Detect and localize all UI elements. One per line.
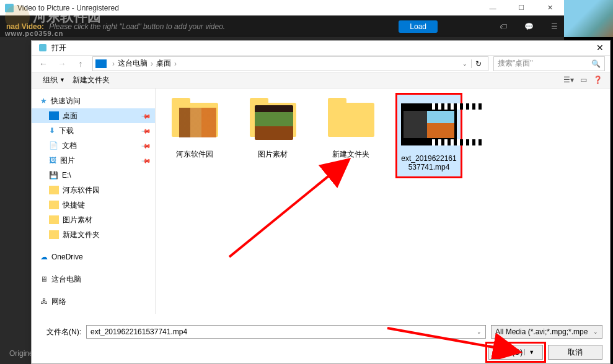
load-hint: Please click the right "Load" button to … <box>49 22 225 31</box>
star-icon: ★ <box>40 97 47 105</box>
sidebar-item-label: 文档 <box>62 141 77 151</box>
sidebar-item-label: 河东软件园 <box>63 185 100 196</box>
search-icon[interactable]: 🔍 <box>591 59 601 68</box>
dialog-title-text: 打开 <box>51 43 66 53</box>
pin-icon: 📌 <box>141 141 151 150</box>
drive-icon: 💾 <box>49 171 58 180</box>
app-toolbar: nad Video: Please click the right "Load"… <box>0 15 564 37</box>
pin-icon: 📌 <box>141 126 151 136</box>
file-item-folder[interactable]: 图片素材 <box>241 95 304 160</box>
sidebar-item-pictures[interactable]: 🖼 图片 📌 <box>32 153 155 168</box>
sidebar-item-label: 图片 <box>60 155 75 166</box>
picture-icon: 🖼 <box>49 156 56 165</box>
nav-forward-icon[interactable]: → <box>55 57 69 71</box>
preview-icon[interactable]: ▭ <box>580 76 587 84</box>
nav-back-icon[interactable]: ← <box>37 57 50 71</box>
download-icon: ⬇ <box>49 126 55 135</box>
filename-label: 文件名(N): <box>39 327 81 337</box>
filename-input[interactable]: ext_2019622161537741.mp4 ⌄ <box>86 325 486 339</box>
file-name: 图片素材 <box>258 149 288 160</box>
load-video-label: nad Video: <box>6 22 44 31</box>
quick-access-header[interactable]: ★ 快速访问 <box>32 93 155 108</box>
file-name: ext_2019622161537741.mp4 <box>400 154 458 171</box>
sidebar-item-drive-e[interactable]: 💾 E:\ <box>32 168 155 183</box>
file-item-video[interactable]: ext_2019622161537741.mp4 <box>397 95 461 176</box>
tag-icon[interactable]: 🏷 <box>500 22 507 31</box>
origine-label: Origine <box>9 349 33 358</box>
folder-icon <box>49 215 59 224</box>
breadcrumb[interactable]: › 这台电脑 › 桌面 › ⌄ ↻ <box>92 56 488 71</box>
sidebar-this-pc[interactable]: 🖥 这台电脑 <box>32 272 155 287</box>
file-item-folder[interactable]: 新建文件夹 <box>319 95 382 160</box>
open-button[interactable]: 打开(O) ▼ <box>488 345 543 360</box>
sidebar-item-label: 新建文件夹 <box>63 230 100 240</box>
sidebar-item-folder[interactable]: 河东软件园 <box>32 183 155 197</box>
breadcrumb-root[interactable]: 这台电脑 <box>118 58 148 69</box>
folder-icon <box>49 186 59 194</box>
sidebar-network[interactable]: 🖧 网络 <box>32 294 155 309</box>
file-type-select[interactable]: All Media (*.avi;*.mpg;*.mpe ⌄ <box>491 325 602 339</box>
search-input[interactable]: 搜索"桌面" 🔍 <box>493 56 605 71</box>
sidebar-item-label: 下载 <box>59 126 74 136</box>
list-icon[interactable]: ☰ <box>551 22 558 31</box>
sidebar-item-label: 图片素材 <box>63 215 92 225</box>
sidebar-item-folder[interactable]: 快捷键 <box>32 197 155 212</box>
sidebar-item-label: 桌面 <box>63 111 77 121</box>
close-button[interactable]: ✕ <box>536 0 564 15</box>
minimize-button[interactable]: — <box>478 0 507 15</box>
chevron-down-icon[interactable]: ⌄ <box>477 329 482 335</box>
chevron-down-icon[interactable]: ▼ <box>524 349 534 355</box>
file-name: 新建文件夹 <box>332 149 369 160</box>
pin-icon: 📌 <box>141 155 151 165</box>
dialog-titlebar: 打开 ✕ <box>32 41 610 55</box>
help-icon[interactable]: ❓ <box>593 76 602 84</box>
search-placeholder: 搜索"桌面" <box>498 58 533 69</box>
folder-icon <box>49 201 59 209</box>
dialog-close-icon[interactable]: ✕ <box>596 43 604 53</box>
dialog-icon <box>38 43 48 53</box>
breadcrumb-dropdown-icon[interactable]: ⌄ <box>462 61 467 67</box>
open-dialog: 打开 ✕ ← → ↑ › 这台电脑 › 桌面 › ⌄ ↻ 搜索"桌面" 🔍 组织… <box>31 40 611 364</box>
sidebar-item-documents[interactable]: 📄 文档 📌 <box>32 138 155 153</box>
view-icon[interactable]: ☰▾ <box>563 76 574 84</box>
app-title: Video to Picture - Unregistered <box>17 4 119 12</box>
sidebar-item-folder[interactable]: 新建文件夹 <box>32 227 155 242</box>
sidebar-item-label: 快捷键 <box>63 200 85 210</box>
dialog-toolbar: 组织▼ 新建文件夹 ☰▾ ▭ ❓ <box>32 72 610 89</box>
breadcrumb-current[interactable]: 桌面 <box>156 58 171 69</box>
chevron-down-icon[interactable]: ⌄ <box>593 329 598 335</box>
new-folder-button[interactable]: 新建文件夹 <box>69 72 113 88</box>
app-icon <box>5 4 14 12</box>
svg-rect-0 <box>5 4 14 12</box>
file-name: 河东软件园 <box>176 149 213 160</box>
cloud-icon: ☁ <box>40 253 48 261</box>
cancel-button[interactable]: 取消 <box>548 345 602 360</box>
dialog-nav: ← → ↑ › 这台电脑 › 桌面 › ⌄ ↻ 搜索"桌面" 🔍 <box>32 55 610 72</box>
refresh-icon[interactable]: ↻ <box>471 59 485 68</box>
pin-icon: 📌 <box>141 111 151 121</box>
file-item-folder[interactable]: 河东软件园 <box>163 95 226 160</box>
sidebar-item-label: E:\ <box>62 171 71 180</box>
sidebar-onedrive[interactable]: ☁ OneDrive <box>32 249 155 264</box>
pc-icon <box>95 59 107 68</box>
nav-up-icon[interactable]: ↑ <box>74 57 87 71</box>
app-titlebar: Video to Picture - Unregistered — ☐ ✕ <box>0 0 564 15</box>
dialog-footer: 文件名(N): ext_2019622161537741.mp4 ⌄ All M… <box>32 314 610 363</box>
sidebar-item-desktop[interactable]: 桌面 📌 <box>32 108 155 123</box>
sidebar: ★ 快速访问 桌面 📌 ⬇ 下载 📌 📄 文档 📌 🖼 图片 📌 <box>32 89 156 314</box>
file-area[interactable]: 河东软件园 图片素材 新建文件夹 ext_2019622161537741.mp… <box>156 89 610 314</box>
svg-rect-1 <box>39 44 46 51</box>
chat-icon[interactable]: 💬 <box>524 22 534 31</box>
load-button[interactable]: Load <box>399 20 438 33</box>
sidebar-item-downloads[interactable]: ⬇ 下载 📌 <box>32 123 155 138</box>
desktop-icon <box>49 111 59 120</box>
folder-icon <box>49 230 59 239</box>
pc-icon: 🖥 <box>40 275 48 284</box>
network-icon: 🖧 <box>40 297 48 306</box>
maximize-button[interactable]: ☐ <box>507 0 536 15</box>
document-icon: 📄 <box>49 141 58 150</box>
sidebar-item-folder[interactable]: 图片素材 <box>32 212 155 227</box>
organize-button[interactable]: 组织▼ <box>39 72 69 88</box>
